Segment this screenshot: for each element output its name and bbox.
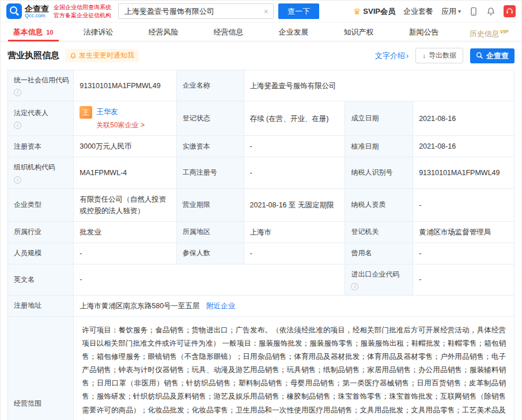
org-code-label: 组织机构代码 <box>14 163 55 171</box>
paid-capital-value: - <box>244 136 345 157</box>
crown-icon: ♛ <box>353 7 361 16</box>
qcc-logo[interactable]: 企查查 Qcc.com <box>6 3 49 19</box>
tab-intellectual-property[interactable]: 知识产权 <box>326 22 391 41</box>
official-slogan: 全国企业信用查询系统 官方备案企业征信机构 <box>54 3 111 19</box>
export-data-button[interactable]: ↓ 导出数据 <box>415 48 463 63</box>
apps-menu[interactable]: 应用 ▾ <box>441 6 461 17</box>
change-notify-badge[interactable]: 发生变更时通知我 <box>65 49 139 62</box>
tab-news[interactable]: 新闻公告 <box>391 22 456 41</box>
tab-history[interactable]: 历史信息VIP <box>456 22 521 41</box>
search-input[interactable] <box>118 3 274 19</box>
section-actions: 文字介绍 › ↓ 导出数据 企查查 <box>375 48 515 63</box>
table-row: 法定代表人 i 王 王华友 关联50家企业 > 登记状态 存续 (在营、开业、在… <box>8 101 515 136</box>
svip-label: SVIP会员 <box>363 6 395 17</box>
tab-operation-risk[interactable]: 经营风险 <box>131 22 196 41</box>
industry-value: 批发业 <box>74 221 176 243</box>
customer-service-icon[interactable] <box>504 5 516 17</box>
paid-capital-label: 实缴资本 <box>176 136 244 157</box>
mobile-app-icon[interactable] <box>469 7 478 16</box>
tab-company-development[interactable]: 企业发展 <box>261 22 326 41</box>
establish-date-value: 2021-08-16 <box>413 101 515 136</box>
tab-legal-proceedings[interactable]: 法律诉讼 <box>66 22 131 41</box>
tab-basic-info-label: 基本信息 <box>13 28 43 36</box>
credit-code-label: 统一社会信用代码 <box>14 76 69 84</box>
text-intro-link[interactable]: 文字介绍 › <box>375 51 408 61</box>
info-icon[interactable]: i <box>14 89 21 96</box>
tab-basic-info[interactable]: 基本信息 10 <box>1 22 66 41</box>
company-nav-tabs: 基本信息 10 法律诉讼 经营风险 经营信息 企业发展 知识产权 新闻公告 历史… <box>1 22 521 41</box>
tab-history-label: 历史信息 <box>470 29 500 38</box>
table-row: 企业类型 有限责任公司（自然人投资或控股的法人独资） 营业期限 2021-08-… <box>8 188 515 221</box>
chevron-right-icon: › <box>406 51 408 60</box>
table-row: 经营范围 许可项目：餐饮服务；食品销售；货物进出口；广告发布。（依法须经批准的项… <box>8 316 515 420</box>
company-type-label: 企业类型 <box>8 188 74 221</box>
qcc-brand-stamp: 企查查 <box>470 48 515 63</box>
legal-rep-label: 法定代表人 <box>14 109 48 117</box>
tab-news-label: 新闻公告 <box>409 28 439 36</box>
search-button[interactable]: 查一下 <box>278 3 319 19</box>
info-icon[interactable]: i <box>14 176 21 184</box>
business-term-value: 2021-08-16 至 无固定期限 <box>244 188 345 221</box>
search-box: × <box>118 3 274 19</box>
svip-member-link[interactable]: ♛ SVIP会员 <box>353 6 395 17</box>
reg-status-label: 登记状态 <box>176 101 244 136</box>
section-left: 营业执照信息 发生变更时通知我 <box>7 49 139 62</box>
slogan-line-2: 官方备案企业征信机构 <box>54 12 111 20</box>
clear-icon[interactable]: × <box>264 7 268 16</box>
qcc-stamp-magnifier-icon <box>476 52 483 59</box>
legal-rep-name-link[interactable]: 王华友 <box>96 108 118 116</box>
table-row: 组织机构代码 i MA1FPMWL-4 工商注册号 - 纳税人识别号 91310… <box>8 157 515 188</box>
tab-company-development-label: 企业发展 <box>279 28 309 36</box>
notification-bell-icon[interactable] <box>486 7 495 16</box>
slogan-line-1: 全国企业信用查询系统 <box>54 3 111 12</box>
related-companies-link[interactable]: 关联50家企业 > <box>96 120 145 131</box>
tab-business-info-label: 经营信息 <box>214 28 244 36</box>
top-header: 企查查 Qcc.com 全国企业信用查询系统 官方备案企业征信机构 × 查一下 … <box>1 1 521 22</box>
qcc-stamp-label: 企查查 <box>486 51 509 61</box>
import-export-label-cell: 进出口企业代码 i <box>345 264 413 295</box>
info-icon[interactable]: i <box>351 283 358 290</box>
insured-label: 参保人数 <box>176 243 244 264</box>
area-value: 上海市 <box>244 221 345 243</box>
company-name-value: 上海斐盈壹号服饰有限公司 <box>244 70 514 101</box>
table-row: 注册资本 3000万元人民币 实缴资本 - 核准日期 2021-08-16 <box>8 136 515 157</box>
qcc-logo-magnifier-icon <box>6 3 22 19</box>
legal-rep-cell: 王 王华友 关联50家企业 > <box>74 101 176 136</box>
biz-reg-no-value: - <box>244 157 345 188</box>
qcc-logo-text: 企查查 Qcc.com <box>25 4 49 18</box>
nearby-companies-link[interactable]: 附近企业 <box>206 302 235 310</box>
biz-reg-no-label: 工商注册号 <box>176 157 244 188</box>
qcc-company-page: 企查查 Qcc.com 全国企业信用查询系统 官方备案企业征信机构 × 查一下 … <box>0 0 522 420</box>
notify-bell-icon <box>70 52 77 59</box>
apps-label: 应用 <box>441 6 456 17</box>
business-license-table: 统一社会信用代码 i 91310101MA1FPMWL49 企业名称 上海斐盈壹… <box>7 70 515 420</box>
tab-intellectual-property-label: 知识产权 <box>344 28 374 36</box>
taxpayer-quality-value: - <box>413 188 515 221</box>
former-name-label: 曾用名 <box>345 243 413 264</box>
enterprise-package-link[interactable]: 企业套餐 <box>403 6 433 17</box>
business-license-section-header: 营业执照信息 发生变更时通知我 文字介绍 › ↓ 导出数据 企查查 <box>1 41 521 69</box>
taxpayer-quality-label: 纳税人资质 <box>345 188 413 221</box>
address-label: 注册地址 <box>8 295 74 316</box>
business-scope-value: 许可项目：餐饮服务；食品销售；货物进出口；广告发布。（依法须经批准的项目，经相关… <box>74 316 515 420</box>
legal-rep-avatar: 王 <box>80 106 92 119</box>
table-row: 统一社会信用代码 i 91310101MA1FPMWL49 企业名称 上海斐盈壹… <box>8 70 515 101</box>
taxpayer-id-label: 纳税人识别号 <box>345 157 413 188</box>
reg-capital-value: 3000万元人民币 <box>74 136 176 157</box>
logo-domain: Qcc.com <box>25 13 49 18</box>
tab-business-info[interactable]: 经营信息 <box>196 22 261 41</box>
import-export-value: - <box>413 264 515 295</box>
company-type-value: 有限责任公司（自然人投资或控股的法人独资） <box>74 188 176 221</box>
org-code-label-cell: 组织机构代码 i <box>8 157 74 188</box>
reg-authority-value: 黄浦区市场监督管理局 <box>413 221 515 243</box>
table-row: 英文名 - 进出口企业代码 i - <box>8 264 515 295</box>
chevron-down-icon: ▾ <box>458 8 461 14</box>
info-icon[interactable]: i <box>14 122 21 129</box>
legal-rep-label-cell: 法定代表人 i <box>8 101 74 136</box>
vip-badge: VIP <box>500 29 509 35</box>
industry-label: 所属行业 <box>8 221 74 243</box>
staff-size-value: - <box>74 243 176 264</box>
tab-basic-info-count: 10 <box>46 29 53 36</box>
org-code-value: MA1FPMWL-4 <box>74 157 176 188</box>
table-row: 人员规模 - 参保人数 - 曾用名 - <box>8 243 515 264</box>
